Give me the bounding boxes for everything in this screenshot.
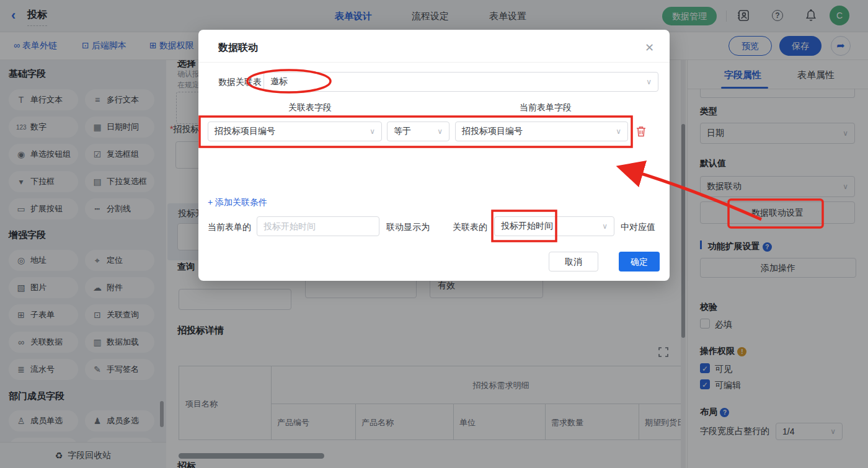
column-header-left: 关联表字段 bbox=[267, 102, 353, 113]
add-condition-link[interactable]: + 添加关联条件 bbox=[208, 197, 267, 208]
chevron-down-icon: ∨ bbox=[616, 127, 621, 136]
condition-right-select[interactable]: 招投标项目编号∨ bbox=[455, 121, 628, 141]
trash-icon[interactable] bbox=[636, 126, 646, 139]
plus-icon: + bbox=[208, 197, 213, 207]
column-header-right: 当前表单字段 bbox=[502, 102, 589, 113]
relation-table-select[interactable]: 邀标∨ bbox=[264, 72, 658, 92]
display-field-input-wrap bbox=[257, 216, 379, 236]
current-form-label: 当前表单的 bbox=[208, 222, 251, 233]
display-as-label: 联动显示为 bbox=[386, 222, 430, 233]
condition-left-select[interactable]: 招投标项目编号∨ bbox=[208, 121, 382, 141]
condition-operator-select[interactable]: 等于∨ bbox=[387, 121, 450, 141]
chevron-down-icon: ∨ bbox=[437, 127, 443, 136]
cancel-button[interactable]: 取消 bbox=[549, 252, 598, 272]
modal-header-divider bbox=[198, 62, 670, 63]
data-linkage-modal: 数据联动 ✕ 数据关联表 邀标∨ 关联表字段 当前表单字段 招投标项目编号∨ 等… bbox=[198, 30, 670, 281]
related-table-label: 关联表的 bbox=[453, 222, 487, 233]
related-field-select[interactable]: 投标开始时间∨ bbox=[494, 216, 614, 236]
chevron-down-icon: ∨ bbox=[370, 127, 375, 136]
suffix-label: 中对应值 bbox=[621, 222, 655, 233]
relation-table-label: 数据关联表 bbox=[218, 77, 262, 88]
chevron-down-icon: ∨ bbox=[602, 222, 608, 231]
display-field-input[interactable] bbox=[257, 216, 379, 236]
chevron-down-icon: ∨ bbox=[646, 77, 652, 86]
close-icon[interactable]: ✕ bbox=[645, 41, 654, 55]
modal-title: 数据联动 bbox=[218, 42, 258, 55]
confirm-button[interactable]: 确定 bbox=[619, 252, 660, 272]
app-root: ‹ 投标 表单设计 流程设定 表单设置 数据管理 ? C ∞ 表单外链 ⊡ 后端… bbox=[0, 0, 868, 468]
